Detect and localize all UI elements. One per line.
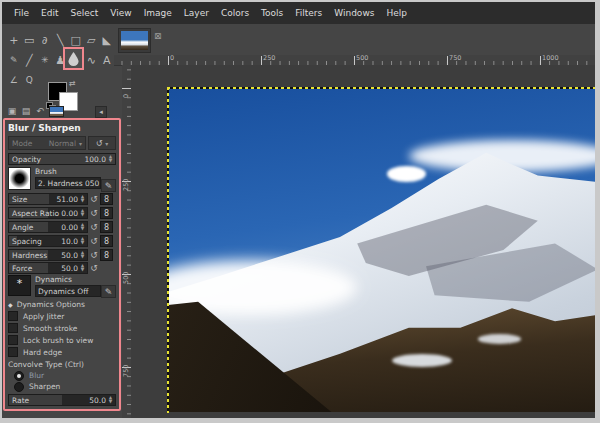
convolve-type-label: Convolve Type (Ctrl) (8, 358, 116, 370)
free-select-tool-icon[interactable]: ∂ (37, 32, 53, 49)
swap-colors-icon[interactable]: ⇄ (69, 79, 76, 88)
spinner-arrows-icon[interactable]: ▲▼ (79, 236, 86, 246)
blur-sharpen-tool-highlight[interactable] (63, 47, 84, 70)
reset-icon[interactable]: ↺ (88, 263, 100, 273)
toolbox-row-2: ✎ ╱ ✳ ♟ ∿ A (6, 52, 118, 69)
tool-options-panel: Blur / Sharpen Mode Normal ▾ ↺▾ Opacity … (3, 118, 121, 411)
canvas-area[interactable] (131, 65, 595, 418)
opacity-slider[interactable]: Opacity 100.0 ▲▼ (8, 153, 116, 165)
link-to-brush-icon[interactable]: 8 (100, 207, 113, 219)
menu-windows[interactable]: Windows (328, 8, 380, 18)
rate-slider[interactable]: Rate 50.0 ▲▼ (8, 394, 116, 406)
checkbox[interactable] (8, 335, 18, 345)
lock-brush-to-view-checkbox-row[interactable]: Lock brush to view (8, 334, 116, 346)
cloud (387, 166, 426, 182)
menu-select[interactable]: Select (65, 8, 105, 18)
brush-thumbnail[interactable] (8, 167, 31, 190)
text-tool-icon[interactable]: A (99, 52, 115, 69)
move-tool-icon[interactable]: + (6, 32, 22, 49)
edit-dynamics-button[interactable]: ✎ (101, 285, 116, 298)
image-tab[interactable] (118, 28, 151, 53)
spinner-arrows-icon[interactable]: ▲▼ (79, 263, 86, 273)
mode-dropdown[interactable]: Mode Normal ▾ (8, 136, 86, 150)
spinner-arrows-icon[interactable]: ▲▼ (79, 194, 86, 204)
spinner-arrows-icon[interactable]: ▲▼ (107, 154, 114, 164)
dynamics-name-field[interactable]: Dynamics Off (35, 285, 101, 297)
menu-image[interactable]: Image (138, 8, 178, 18)
dynamics-thumbnail[interactable]: * (8, 275, 31, 296)
reset-icon[interactable]: ↺ (88, 222, 100, 232)
menubar: File Edit Select View Image Layer Colors… (2, 2, 595, 24)
checkbox[interactable] (8, 311, 18, 321)
spinner-arrows-icon[interactable]: ▲▼ (79, 208, 86, 218)
reset-icon[interactable]: ↺ (88, 194, 100, 204)
dock-tab-bar: ▣ ▤ ↶ ◂ (5, 105, 119, 118)
expander-icon: ◆ (8, 301, 13, 308)
menu-help[interactable]: Help (380, 8, 413, 18)
dynamics-label: Dynamics (35, 275, 101, 285)
layer-boundary-left (167, 87, 169, 413)
bucket-fill-tool-icon[interactable]: ✎ (6, 52, 22, 69)
chevron-down-icon: ▾ (79, 140, 82, 147)
sharpen-radio-row[interactable]: Sharpen (8, 381, 116, 392)
checkbox[interactable] (8, 323, 18, 333)
reset-icon[interactable]: ↺ (88, 208, 100, 218)
toolbox-row-1: + ▭ ∂ ╲ □ ▱ ◣ (6, 32, 118, 49)
close-icon[interactable]: ⊠ (154, 31, 162, 41)
spinner-arrows-icon[interactable]: ▲▼ (79, 222, 86, 232)
link-to-brush-icon[interactable]: 8 (100, 235, 113, 247)
rectangle-select-tool-icon[interactable]: ▭ (22, 32, 38, 49)
zoom-tool-icon[interactable]: Q (22, 72, 38, 89)
panel-collapse-button[interactable]: ◂ (95, 106, 107, 118)
spinner-arrows-icon[interactable]: ▲▼ (79, 250, 86, 260)
gradient-tool-icon[interactable]: ◣ (99, 32, 115, 49)
aspect-ratio-slider[interactable]: Aspect Ratio 0.00 ▲▼ (8, 207, 88, 219)
vertical-ruler[interactable]: 0 250 500 750 (122, 65, 131, 418)
reset-icon: ↺ (96, 139, 103, 148)
reset-icon[interactable]: ↺ (88, 236, 100, 246)
size-slider[interactable]: Size 51.00 ▲▼ (8, 193, 88, 205)
hardness-slider[interactable]: Hardness 50.0 ▲▼ (8, 249, 88, 261)
brushes-tab-icon[interactable]: ▤ (19, 105, 33, 118)
link-to-brush-icon[interactable]: 8 (100, 249, 113, 261)
angle-slider[interactable]: Angle 0.00 ▲▼ (8, 221, 88, 233)
hard-edge-checkbox-row[interactable]: Hard edge (8, 346, 116, 358)
image-tab-thumbnail[interactable] (49, 106, 64, 117)
transform-tool-icon[interactable]: ▱ (84, 32, 100, 49)
menu-colors[interactable]: Colors (215, 8, 255, 18)
mode-reset-button[interactable]: ↺▾ (88, 136, 116, 150)
smooth-stroke-checkbox-row[interactable]: Smooth stroke (8, 322, 116, 334)
blur-radio-row[interactable]: Blur (8, 370, 116, 381)
mountain-image[interactable] (168, 88, 595, 412)
spinner-arrows-icon[interactable]: ▲▼ (107, 395, 114, 405)
menu-edit[interactable]: Edit (35, 8, 64, 18)
image-tab-thumbnail (121, 31, 148, 50)
pencil-tool-icon[interactable]: ╱ (22, 52, 38, 69)
dynamics-options-expander[interactable]: ◆ Dynamics Options (8, 298, 116, 310)
menu-filters[interactable]: Filters (289, 8, 328, 18)
force-slider[interactable]: Force 50.0 ▲▼ (8, 262, 88, 274)
link-to-brush-icon[interactable]: 8 (100, 193, 113, 205)
tool-options-tab-icon[interactable]: ▣ (5, 105, 19, 118)
edit-brush-button[interactable]: ✎ (101, 179, 116, 192)
menu-layer[interactable]: Layer (178, 8, 215, 18)
brush-name-field[interactable]: 2. Hardness 050 (35, 177, 101, 189)
menu-view[interactable]: View (104, 8, 137, 18)
apply-jitter-checkbox-row[interactable]: Apply Jitter (8, 310, 116, 322)
airbrush-tool-icon[interactable]: ✳ (37, 52, 53, 69)
snow-patch (392, 354, 452, 367)
spacing-slider[interactable]: Spacing 10.0 ▲▼ (8, 235, 88, 247)
brush-label: Brush (35, 167, 101, 177)
smudge-tool-icon[interactable]: ∿ (84, 52, 100, 69)
layer-boundary-top (167, 87, 595, 89)
radio-button[interactable] (14, 382, 24, 392)
tool-options-title: Blur / Sharpen (8, 122, 116, 135)
radio-button[interactable] (14, 371, 24, 381)
undo-history-tab-icon[interactable]: ↶ (33, 105, 47, 118)
menu-tools[interactable]: Tools (255, 8, 289, 18)
reset-icon[interactable]: ↺ (88, 250, 100, 260)
checkbox[interactable] (8, 347, 18, 357)
link-to-brush-icon[interactable]: 8 (100, 221, 113, 233)
menu-file[interactable]: File (8, 8, 35, 18)
measure-tool-icon[interactable]: ∠ (6, 72, 22, 89)
